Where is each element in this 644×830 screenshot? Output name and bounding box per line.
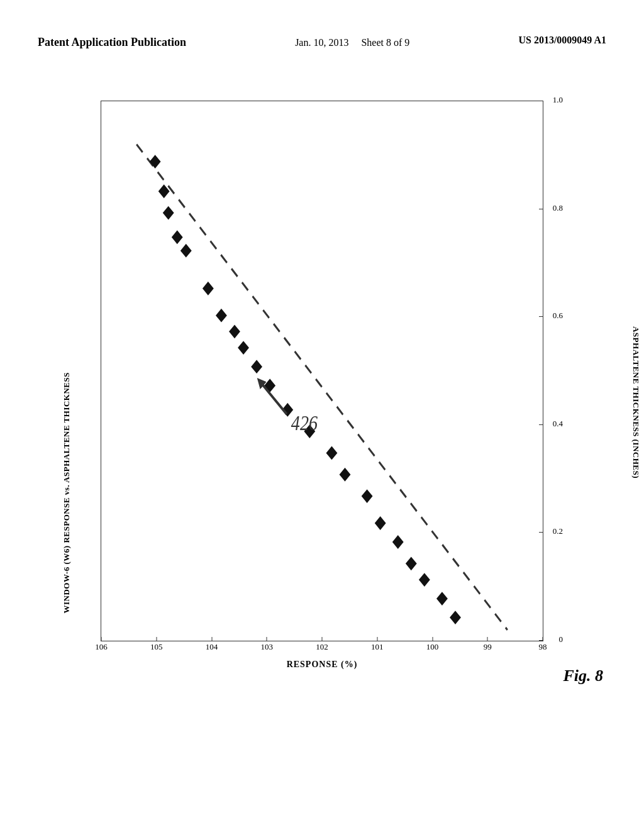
data-point xyxy=(229,324,240,338)
right-tick-04: 0.4 xyxy=(553,419,563,429)
data-point xyxy=(436,592,448,606)
right-tick-06: 0.6 xyxy=(553,311,563,321)
x-tick-99: 99 xyxy=(484,642,492,652)
data-point xyxy=(150,155,161,169)
right-tick-line-06 xyxy=(539,316,543,317)
x-axis-label: RESPONSE (%) xyxy=(101,660,543,670)
right-tick-line-02 xyxy=(539,532,543,533)
data-point xyxy=(392,535,404,549)
publication-number: US 2013/0009049 A1 xyxy=(518,35,606,46)
data-point xyxy=(375,516,386,530)
right-tick-line-04 xyxy=(539,424,543,425)
x-tick-101: 101 xyxy=(371,642,384,652)
publication-title: Patent Application Publication xyxy=(38,35,186,50)
data-point xyxy=(172,230,183,244)
data-point xyxy=(238,341,249,355)
x-tick-106: 106 xyxy=(95,642,108,652)
data-point xyxy=(406,556,417,570)
data-point xyxy=(163,206,174,220)
figure-label: Fig. 8 xyxy=(563,667,603,685)
x-tick-98: 98 xyxy=(539,642,547,652)
x-tick-100: 100 xyxy=(426,642,439,652)
chart-svg: 426 xyxy=(101,101,543,641)
chart-plot-area: 426 106 105 104 103 102 101 100 99 98 xyxy=(101,101,543,641)
right-tick-08: 0.8 xyxy=(553,203,563,213)
data-point xyxy=(362,489,373,503)
data-point xyxy=(340,468,351,482)
x-tick-104: 104 xyxy=(206,642,218,652)
data-point xyxy=(216,309,227,323)
data-point xyxy=(419,573,430,587)
data-point xyxy=(450,611,461,624)
right-tick-10: 1.0 xyxy=(553,95,563,105)
publication-date-sheet: Jan. 10, 2013 Sheet 8 of 9 xyxy=(295,35,409,51)
x-tick-105: 105 xyxy=(150,642,163,652)
annotation-label: 426 xyxy=(291,411,318,435)
right-tick-0: 0 xyxy=(559,634,564,645)
data-point xyxy=(251,360,262,374)
data-point xyxy=(203,282,214,296)
right-tick-02: 0.2 xyxy=(553,526,563,536)
x-tick-102: 102 xyxy=(316,642,328,652)
trend-line xyxy=(136,145,508,630)
x-tick-103: 103 xyxy=(261,642,274,652)
right-y-axis-label: ASPHALTENE THICKNESS (INCHES) xyxy=(631,326,641,479)
right-tick-line-10 xyxy=(539,101,543,101)
data-point xyxy=(180,244,192,258)
page-header: Patent Application Publication Jan. 10, … xyxy=(0,35,644,51)
data-point xyxy=(326,446,338,460)
y-axis-label: WINDOW-6 (W6) RESPONSE vs. ASPHALTENE TH… xyxy=(62,372,72,614)
chart-container: WINDOW-6 (W6) RESPONSE vs. ASPHALTENE TH… xyxy=(50,101,606,704)
right-tick-line-08 xyxy=(539,209,543,209)
